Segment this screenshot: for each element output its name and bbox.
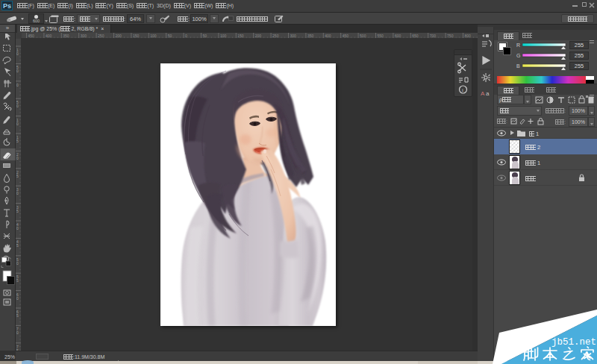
svg-text:5: 5 bbox=[16, 243, 19, 248]
svg-text:0: 0 bbox=[16, 191, 19, 195]
svg-text:0: 0 bbox=[16, 226, 19, 230]
svg-text:a: a bbox=[486, 90, 490, 97]
svg-text:0: 0 bbox=[16, 156, 19, 160]
svg-text:A: A bbox=[481, 90, 485, 97]
svg-text:5: 5 bbox=[16, 209, 19, 213]
svg-text:5: 5 bbox=[16, 313, 19, 318]
svg-text:0: 0 bbox=[16, 261, 19, 266]
svg-text:5: 5 bbox=[16, 139, 19, 143]
svg-text:0: 0 bbox=[16, 69, 19, 73]
svg-text:0: 0 bbox=[16, 122, 19, 126]
svg-text:0: 0 bbox=[16, 51, 19, 56]
svg-text:0: 0 bbox=[16, 296, 19, 301]
svg-text:0: 0 bbox=[16, 330, 19, 335]
svg-text:0: 0 bbox=[16, 83, 19, 87]
svg-text:jb51.net: jb51.net bbox=[551, 337, 596, 348]
svg-text:5: 5 bbox=[16, 278, 19, 283]
svg-text:5: 5 bbox=[16, 174, 19, 178]
svg-text:0: 0 bbox=[16, 104, 19, 108]
svg-text:i: i bbox=[462, 87, 463, 93]
